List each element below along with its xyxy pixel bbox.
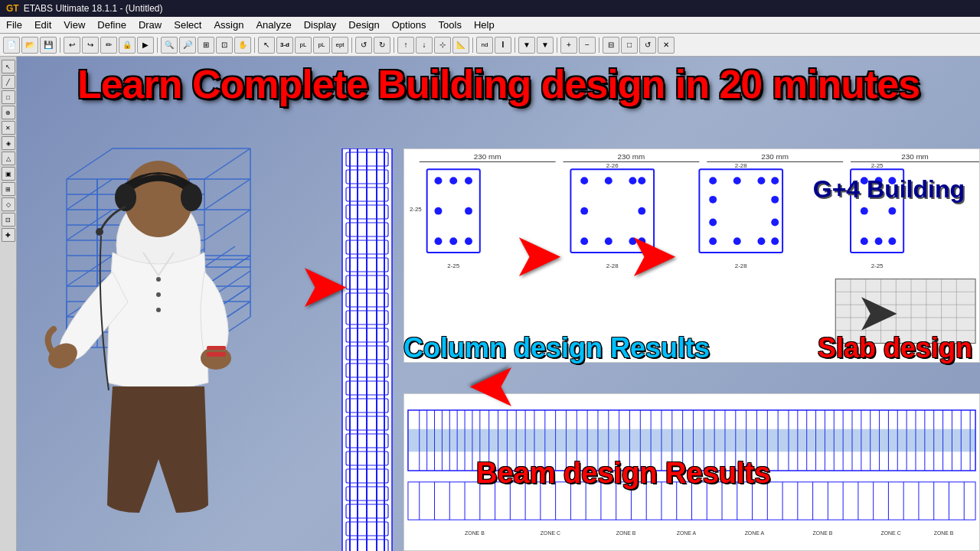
menu-define[interactable]: Define [91, 18, 132, 32]
toolbar-separator-4 [351, 37, 352, 53]
pointer-button[interactable]: ▶ [137, 37, 154, 54]
svg-rect-234 [408, 429, 975, 452]
menu-options[interactable]: Options [386, 18, 433, 32]
new-button[interactable]: 📄 [3, 37, 20, 54]
svg-text:2-26: 2-26 [606, 162, 619, 169]
svg-point-131 [580, 207, 588, 215]
sidebar-tool-6[interactable]: ◈ [2, 136, 15, 150]
svg-text:ZONE C: ZONE C [541, 530, 560, 536]
menu-design[interactable]: Design [342, 18, 385, 32]
svg-point-119 [449, 237, 457, 245]
zoom-fit-button[interactable]: ⊡ [216, 37, 233, 54]
svg-text:ZONE B: ZONE B [465, 530, 485, 536]
svg-point-118 [449, 177, 457, 184]
svg-point-66 [156, 277, 161, 282]
svg-point-153 [861, 237, 868, 245]
ept-button[interactable]: ept [332, 37, 348, 54]
sidebar-tool-11[interactable]: ⊡ [2, 213, 15, 227]
arrow-1: ➤ [300, 256, 345, 318]
column-strip [338, 148, 396, 551]
svg-point-117 [465, 207, 472, 215]
svg-point-140 [709, 237, 717, 245]
x-button[interactable]: ✕ [658, 37, 675, 54]
svg-text:ZONE B: ZONE B [934, 530, 954, 536]
slab-design-label: Slab design [818, 332, 972, 364]
nd-button[interactable]: nd [476, 37, 493, 54]
sidebar-tool-2[interactable]: ╱ [2, 75, 15, 89]
arrow-dn-button[interactable]: ↓ [416, 37, 433, 54]
arrow-up-button[interactable]: ↑ [397, 37, 414, 54]
menu-assign[interactable]: Assign [207, 18, 250, 32]
menu-view[interactable]: View [57, 18, 91, 32]
svg-text:ZONE A: ZONE A [677, 530, 697, 536]
save-button[interactable]: 💾 [40, 37, 57, 54]
svg-text:230 mm: 230 mm [618, 152, 645, 161]
main-area: ↖ ╱ □ ⊕ ✕ ◈ △ ▣ ⊞ ◇ ⊡ ✚ Learn Complete B… [0, 57, 980, 551]
svg-rect-72 [207, 346, 226, 350]
menu-edit[interactable]: Edit [28, 18, 57, 32]
svg-point-68 [156, 308, 161, 312]
sidebar-tool-1[interactable]: ↖ [2, 60, 15, 73]
menu-select[interactable]: Select [168, 18, 207, 32]
menu-tools[interactable]: Tools [433, 18, 468, 32]
sidebar-tool-9[interactable]: ⊞ [2, 182, 15, 196]
pt-button[interactable]: pL [313, 37, 330, 54]
svg-point-145 [709, 219, 717, 227]
svg-text:2-28: 2-28 [606, 262, 619, 269]
filter2-button[interactable]: ▼ [537, 37, 554, 54]
box-button[interactable]: □ [621, 37, 638, 54]
svg-point-136 [709, 177, 717, 184]
undo-button[interactable]: ↩ [64, 37, 80, 54]
svg-point-114 [435, 237, 443, 245]
svg-point-137 [733, 177, 741, 184]
beam-design-label: Beam design Results [476, 457, 770, 490]
3d-button[interactable]: 3-d [276, 37, 293, 54]
sidebar-tool-10[interactable]: ◇ [2, 197, 15, 211]
toolbar-separator-9 [599, 37, 599, 53]
zoom-in-button[interactable]: 🔍 [161, 37, 178, 54]
svg-point-141 [733, 237, 741, 245]
redo-button[interactable]: ↪ [82, 37, 99, 54]
lock-button[interactable]: 🔒 [119, 37, 136, 54]
edit-button[interactable]: ✏ [100, 37, 117, 54]
toolbar: 📄 📂 💾 ↩ ↪ ✏ 🔒 ▶ 🔍 🔎 ⊞ ⊡ ✋ ↖ 3-d pL pL ep… [0, 34, 980, 57]
sidebar-tool-7[interactable]: △ [2, 152, 15, 165]
arrow-5: ➤ [469, 358, 514, 421]
menu-analyze[interactable]: Analyze [250, 18, 297, 32]
minus-button[interactable]: − [579, 37, 596, 54]
svg-point-127 [580, 237, 588, 245]
menu-file[interactable]: File [0, 18, 28, 32]
building-label: G+4 Building [813, 175, 965, 204]
sidebar-tool-4[interactable]: ⊕ [2, 106, 15, 119]
sidebar-tool-8[interactable]: ▣ [2, 167, 15, 181]
measure-button[interactable]: 📐 [452, 37, 469, 54]
zoom-out-button[interactable]: 🔎 [179, 37, 196, 54]
svg-rect-71 [207, 352, 226, 357]
text-button[interactable]: I [495, 37, 511, 54]
menu-display[interactable]: Display [298, 18, 343, 32]
plane-button[interactable]: pL [295, 37, 312, 54]
zoom-rect-button[interactable]: ⊞ [198, 37, 214, 54]
svg-text:ZONE C: ZONE C [881, 530, 901, 536]
sidebar-tool-5[interactable]: ✕ [2, 121, 15, 135]
main-title: Learn Complete Building design in 20 min… [24, 63, 972, 106]
undo2-button[interactable]: ↺ [355, 37, 372, 54]
sidebar-tool-3[interactable]: □ [2, 90, 15, 104]
arrow-2: ➤ [514, 225, 560, 288]
snap-button[interactable]: ⊹ [434, 37, 451, 54]
menu-draw[interactable]: Draw [132, 18, 168, 32]
sidebar-tool-12[interactable]: ✚ [2, 228, 15, 242]
redo2-button[interactable]: ↻ [374, 37, 390, 54]
frame-button[interactable]: ⊟ [603, 37, 619, 54]
menu-help[interactable]: Help [468, 18, 501, 32]
svg-point-143 [771, 237, 779, 245]
select-button[interactable]: ↖ [258, 37, 275, 54]
pan-button[interactable]: ✋ [234, 37, 251, 54]
rot-button[interactable]: ↺ [639, 37, 656, 54]
app-logo: GT [6, 3, 19, 14]
filter-button[interactable]: ▼ [518, 37, 535, 54]
open-button[interactable]: 📂 [21, 37, 38, 54]
plus-button[interactable]: + [560, 37, 577, 54]
svg-point-115 [465, 237, 472, 245]
svg-point-123 [580, 177, 588, 184]
